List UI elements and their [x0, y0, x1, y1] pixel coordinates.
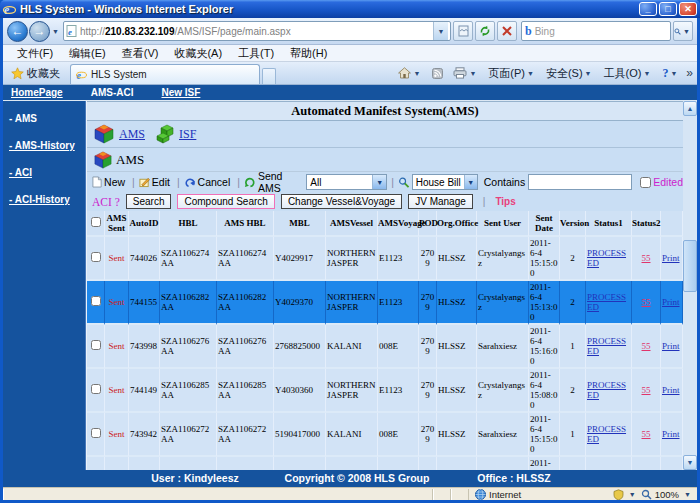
address-dropdown-icon[interactable]: ▼ [433, 22, 448, 40]
chevron-down-icon[interactable]: ▼ [629, 491, 636, 498]
print-dropdown-icon[interactable]: ▼ [469, 70, 476, 77]
home-dropdown-icon[interactable]: ▼ [413, 70, 420, 77]
zoom-dropdown-icon[interactable]: ▼ [684, 491, 691, 498]
favbar-button[interactable]: 安全(S)▼ [543, 64, 597, 83]
help-dropdown-icon[interactable]: ▼ [670, 70, 677, 77]
send-filter-value: All [307, 177, 372, 188]
edit-icon [139, 176, 150, 188]
contains-label: Contains [484, 176, 525, 188]
nav-item-new-isf[interactable]: New ISF [161, 87, 200, 98]
print-link[interactable]: Print [662, 341, 680, 351]
sidebar-item-ams[interactable]: - AMS [3, 113, 85, 124]
refresh-button[interactable] [475, 21, 495, 41]
zoom-level-button[interactable]: 100% [655, 489, 679, 500]
tips-link[interactable]: Tips [495, 196, 515, 207]
cell-org-office: HLSSZ [437, 369, 477, 413]
row-checkbox[interactable] [91, 428, 101, 438]
status1-link[interactable]: PROCESSED [587, 424, 626, 444]
tab-hls-system[interactable]: e HLS System [70, 64, 260, 84]
row-checkbox[interactable] [91, 384, 101, 394]
row-checkbox[interactable] [91, 340, 101, 350]
new-button[interactable]: New [104, 176, 125, 188]
send-ams-icon [244, 176, 256, 189]
status1-link[interactable]: PROCESSED [587, 248, 626, 268]
menu-item[interactable]: 收藏夹(A) [166, 46, 230, 61]
search-options-icon[interactable]: ▼ [683, 28, 690, 35]
row-checkbox[interactable] [91, 252, 101, 262]
nav-item-ams-aci[interactable]: AMS-ACI [91, 87, 134, 98]
menu-item[interactable]: 帮助(H) [282, 46, 335, 61]
content-scrollbar[interactable]: ▲ ▼ [683, 101, 697, 470]
sidebar-item-aci[interactable]: - ACI [3, 167, 85, 178]
close-button[interactable]: ✕ [679, 2, 697, 16]
compound-search-button[interactable]: Compound Search [177, 194, 274, 209]
print-link[interactable]: Print [662, 429, 680, 439]
column-header-ams-sent: AMS Sent [105, 211, 129, 237]
status1-link[interactable]: PROCESSED [587, 336, 626, 356]
overflow-chevron-icon[interactable]: » [686, 66, 693, 80]
change-vessel-voyage-button[interactable]: Change Vessel&Voyage [281, 194, 402, 209]
minimize-button[interactable]: _ [639, 2, 657, 16]
address-input[interactable]: e http://210.83.232.109/AMS/ISF/page/mai… [63, 21, 451, 41]
ams-module-link[interactable]: AMS [119, 127, 145, 142]
url-path: /AMS/ISF/page/main.aspx [174, 26, 290, 37]
favorites-button[interactable]: 收藏夹 [7, 64, 64, 83]
home-button[interactable]: ▼ [395, 64, 425, 83]
aci-help-link[interactable]: ACI ? [92, 196, 120, 208]
sidebar-item-aci-history[interactable]: - ACI-History [3, 194, 85, 205]
edited-checkbox[interactable] [640, 177, 651, 188]
contains-input[interactable] [528, 174, 632, 190]
nav-item-homepage[interactable]: HomePage [11, 87, 63, 98]
status2-link[interactable]: 55 [642, 429, 651, 439]
menu-item[interactable]: 文件(F) [9, 46, 61, 61]
edit-button[interactable]: Edit [152, 176, 170, 188]
scroll-down-icon[interactable]: ▼ [683, 455, 697, 470]
forward-button[interactable]: → [29, 21, 50, 42]
menu-item[interactable]: 编辑(E) [61, 46, 114, 61]
status2-link[interactable]: 55 [642, 253, 651, 263]
send-filter-select[interactable]: All ▼ [306, 174, 387, 190]
cell-ams-hbl: SZA1106283AA [217, 457, 274, 470]
print-button[interactable]: ▼ [450, 64, 481, 83]
search-input[interactable]: b Bing [521, 21, 671, 41]
status-bar: Internet ▼ 100% ▼ [3, 487, 697, 500]
status2-link[interactable]: 55 [642, 385, 651, 395]
url-protocol: http:// [80, 26, 105, 37]
history-dropdown-icon[interactable]: ▼ [52, 28, 59, 35]
favbar-button[interactable]: 工具(O)▼ [601, 64, 656, 83]
menu-item[interactable]: 查看(V) [114, 46, 167, 61]
svg-text:e: e [77, 70, 82, 81]
help-button[interactable]: ? ▼ [659, 64, 682, 83]
stop-icon [502, 26, 512, 36]
field-select[interactable]: House Bill ▼ [412, 174, 478, 190]
cell-org-office: HLSSZ [437, 237, 477, 281]
print-link[interactable]: Print [662, 297, 680, 307]
status1-link[interactable]: PROCESSED [587, 380, 626, 400]
scrollbar-thumb[interactable] [683, 240, 697, 292]
cancel-button[interactable]: Cancel [198, 176, 231, 188]
maximize-button[interactable]: □ [659, 2, 677, 16]
status2-link[interactable]: 55 [642, 341, 651, 351]
back-button[interactable]: ← [7, 21, 28, 42]
status1-link[interactable]: PROCESSED [587, 292, 626, 312]
jv-manage-button[interactable]: JV Manage [408, 194, 473, 209]
send-ams-button[interactable]: Send AMS [258, 170, 303, 194]
isf-module-link[interactable]: ISF [179, 127, 196, 142]
search-go-button[interactable]: ▼ [673, 21, 693, 41]
favbar-button[interactable]: 页面(P)▼ [485, 64, 539, 83]
cell-sent-date: 2011-6-4 15:15:00 [529, 413, 560, 457]
select-all-checkbox[interactable] [91, 217, 101, 227]
sidebar-item-ams-history[interactable]: - AMS-History [3, 140, 85, 151]
print-link[interactable]: Print [662, 385, 680, 395]
scroll-up-icon[interactable]: ▲ [683, 101, 697, 116]
cell-check [87, 281, 105, 325]
compatibility-view-button[interactable] [453, 21, 473, 41]
feeds-button[interactable] [429, 64, 446, 83]
new-tab-button[interactable] [262, 68, 276, 84]
row-checkbox[interactable] [91, 296, 101, 306]
status2-link[interactable]: 55 [642, 297, 651, 307]
menu-item[interactable]: 工具(T) [230, 46, 282, 61]
search-button[interactable]: Search [126, 194, 172, 209]
stop-button[interactable] [497, 21, 517, 41]
print-link[interactable]: Print [662, 253, 680, 263]
